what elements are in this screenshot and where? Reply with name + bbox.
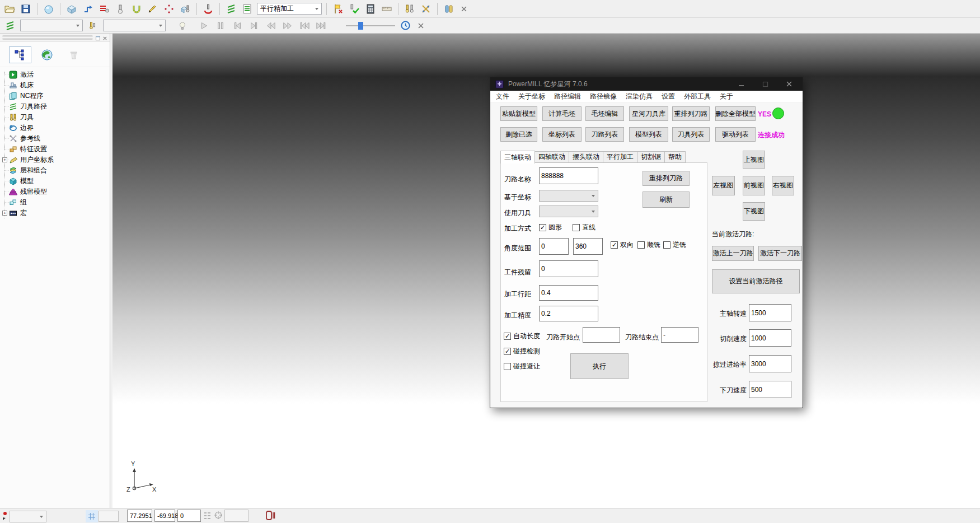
expand-toggle[interactable] <box>2 157 7 162</box>
plunge-feed-field[interactable] <box>749 381 791 398</box>
start-point-field[interactable] <box>583 327 620 343</box>
boundary-icon[interactable] <box>130 2 143 16</box>
tab-swivel-head[interactable]: 摆头联动 <box>569 151 603 163</box>
tolerance-readout-field[interactable] <box>224 510 248 522</box>
stock-edit-button[interactable]: 毛坯编辑 <box>585 106 624 121</box>
toolpath-verify-icon[interactable] <box>348 2 361 16</box>
delete-selected-button[interactable]: 删除已选 <box>500 127 537 142</box>
curve-editor-icon[interactable] <box>146 2 160 16</box>
top-view-button[interactable]: 上视图 <box>743 151 765 169</box>
tab-saw[interactable]: 切割锯 <box>637 151 665 163</box>
tree-item-patterns[interactable]: 参考线 <box>0 133 110 144</box>
drive-list-button[interactable]: 驱动列表 <box>715 127 756 142</box>
coord-y-field[interactable]: -69.918 <box>154 510 175 522</box>
model-list-button[interactable]: 模型列表 <box>629 127 668 142</box>
tab-help[interactable]: 帮助 <box>665 151 686 163</box>
tree-item-feature-sets[interactable]: 特征设置 <box>0 144 110 155</box>
end-point-field[interactable] <box>661 327 698 343</box>
base-coord-select[interactable] <box>539 190 598 202</box>
tool-simulation-icon[interactable] <box>201 2 215 16</box>
tab-4axis[interactable]: 四轴联动 <box>535 151 569 163</box>
close-panel-icon[interactable] <box>102 35 107 41</box>
workplane-select[interactable] <box>10 511 46 522</box>
go-to-start-icon[interactable] <box>298 19 311 32</box>
light-icon[interactable] <box>176 19 189 32</box>
line-checkbox[interactable]: 直线 <box>573 223 595 232</box>
menu-file[interactable]: 文件 <box>496 92 509 101</box>
float-panel-icon[interactable] <box>95 35 101 41</box>
grid-size-field[interactable] <box>99 511 119 522</box>
stock-remain-field[interactable] <box>539 260 598 277</box>
tool-library-button[interactable]: 星河刀具库 <box>629 106 668 121</box>
tree-item-toolpaths[interactable]: 刀具路径 <box>0 101 110 112</box>
dialog-titlebar[interactable]: PowerMILL 忆梦星河 7.0.6 <box>490 77 803 91</box>
sim-toolpath-select[interactable] <box>20 20 83 31</box>
tree-item-stock-models[interactable]: 残留模型 <box>0 186 110 197</box>
skim-feed-field[interactable] <box>749 355 791 372</box>
close-sim-toolbar-icon[interactable] <box>415 20 426 31</box>
explorer-globe-button[interactable] <box>36 46 58 63</box>
menu-path-edit[interactable]: 路径编辑 <box>554 92 581 101</box>
leads-links-icon[interactable] <box>331 2 345 16</box>
minimize-button[interactable] <box>732 77 751 91</box>
menu-render-sim[interactable]: 渲染仿真 <box>626 92 653 101</box>
feature-set-icon[interactable] <box>179 2 192 16</box>
active-toolpath-icon[interactable] <box>224 2 238 16</box>
tool-select[interactable] <box>539 206 598 217</box>
pause-icon[interactable] <box>214 19 227 32</box>
menu-settings[interactable]: 设置 <box>662 92 675 101</box>
toolpath-list-icon[interactable] <box>241 2 254 16</box>
menu-path-mirror[interactable]: 路径镜像 <box>590 92 617 101</box>
go-to-end-icon[interactable] <box>315 19 328 32</box>
transform-icon[interactable] <box>419 2 433 16</box>
left-view-button[interactable]: 左视图 <box>712 176 735 195</box>
tool-icon[interactable] <box>114 2 127 16</box>
grid-snap-icon[interactable] <box>86 510 98 522</box>
refresh-button[interactable]: 刷新 <box>643 192 690 208</box>
slider-handle[interactable] <box>358 22 363 30</box>
explorer-tree-button[interactable] <box>9 46 31 63</box>
right-view-button[interactable]: 右视图 <box>772 176 794 195</box>
rearrange-toolpaths-button[interactable]: 重排列刀路 <box>672 106 710 121</box>
tree-item-tools[interactable]: 刀具 <box>0 112 110 123</box>
menu-coords[interactable]: 关于坐标 <box>518 92 545 101</box>
calculator-icon[interactable] <box>364 2 377 16</box>
tolerance-field[interactable] <box>539 306 598 321</box>
tab-3axis[interactable]: 三轴联动 <box>500 151 535 164</box>
step-back-icon[interactable] <box>231 19 244 32</box>
conventional-mill-checkbox[interactable]: 逆铣 <box>663 240 686 250</box>
tool-list-button[interactable]: 刀具列表 <box>672 127 710 142</box>
menu-external-tools[interactable]: 外部工具 <box>684 92 711 101</box>
pattern-icon[interactable] <box>162 2 176 16</box>
tree-item-macros[interactable]: 宏 <box>0 208 110 218</box>
rewind-icon[interactable] <box>264 19 278 32</box>
circle-checkbox[interactable]: 圆形 <box>539 223 562 232</box>
collision-avoid-checkbox[interactable]: 碰撞避让 <box>504 362 540 371</box>
tab-parallel[interactable]: 平行加工 <box>603 151 637 163</box>
strategies-icon[interactable] <box>81 2 95 16</box>
climb-mill-checkbox[interactable]: 顺铣 <box>637 240 660 250</box>
prev-toolpath-button[interactable]: 激活上一刀路 <box>712 246 754 261</box>
step-forward-icon[interactable] <box>247 19 261 32</box>
xyz-readout-icon[interactable] <box>204 511 211 522</box>
explorer-trash-button[interactable] <box>63 46 85 63</box>
angle-to-field[interactable] <box>573 238 603 255</box>
bottom-view-button[interactable]: 下视图 <box>743 202 765 221</box>
shaded-view-icon[interactable] <box>42 2 55 16</box>
save-project-icon[interactable] <box>19 2 32 16</box>
open-project-icon[interactable] <box>3 2 16 16</box>
compute-stock-button[interactable]: 计算毛坯 <box>542 106 582 121</box>
tree-item-machine[interactable]: 机床 <box>0 80 110 91</box>
sim-tool-select[interactable] <box>103 20 166 31</box>
nc-programs-icon[interactable] <box>97 2 111 16</box>
front-view-button[interactable]: 前视图 <box>743 176 765 195</box>
spindle-speed-field[interactable] <box>749 304 791 321</box>
bidirectional-checkbox[interactable]: 双向 <box>611 240 634 250</box>
close-button[interactable] <box>780 77 799 91</box>
coord-list-button[interactable]: 坐标列表 <box>542 127 582 142</box>
active-toolpath-select[interactable]: 平行精加工 <box>257 3 322 15</box>
auto-length-checkbox[interactable]: 自动长度 <box>504 331 540 341</box>
measure-icon[interactable] <box>380 2 393 16</box>
tree-item-groups[interactable]: 组 <box>0 197 110 208</box>
stock-icon[interactable] <box>65 2 78 16</box>
